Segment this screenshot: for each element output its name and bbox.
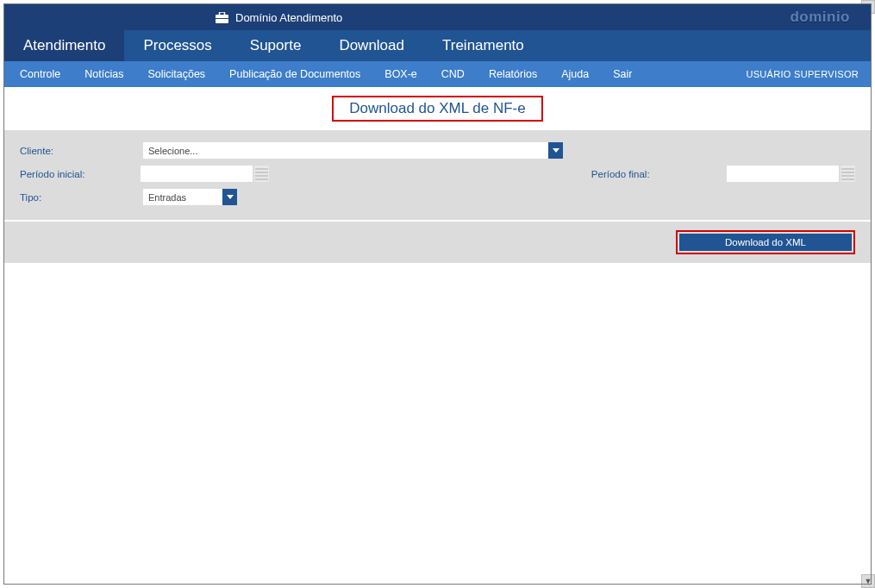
briefcase-icon <box>216 12 228 23</box>
row-tipo: Tipo: Entradas <box>20 189 855 205</box>
submenu-controle[interactable]: Controle <box>20 68 60 80</box>
submenu-relatorios[interactable]: Relatórios <box>489 68 537 80</box>
svg-rect-1 <box>220 12 225 16</box>
submenu-noticias[interactable]: Notícias <box>84 68 123 80</box>
tipo-label: Tipo: <box>20 192 143 203</box>
user-label: USUÁRIO SUPERVISOR <box>746 69 859 79</box>
cliente-dropdown[interactable]: Selecione... <box>143 142 563 159</box>
chevron-down-icon[interactable] <box>222 189 237 205</box>
periodo-inicial-label: Período inicial: <box>20 169 141 179</box>
periodo-final-field[interactable] <box>727 166 839 182</box>
download-button-highlight: Download do XML <box>676 230 855 254</box>
tab-atendimento[interactable]: Atendimento <box>4 30 124 61</box>
submenu-sair[interactable]: Sair <box>613 68 632 80</box>
sub-menu: Controle Notícias Solicitações Publicaçã… <box>4 61 871 87</box>
titlebar: Domínio Atendimento dominio <box>4 4 871 30</box>
calendar-icon[interactable] <box>254 166 269 182</box>
tipo-value: Entradas <box>143 189 222 205</box>
form-panel: Cliente: Selecione... Período inicial: P… <box>4 130 871 220</box>
page-title: Download do XML de NF-e <box>332 96 542 122</box>
submenu-ajuda[interactable]: Ajuda <box>561 68 589 80</box>
tab-suporte[interactable]: Suporte <box>231 30 321 61</box>
periodo-final-input[interactable] <box>727 166 855 182</box>
cliente-value: Selecione... <box>143 142 548 159</box>
brand-logo: dominio <box>790 9 850 26</box>
chevron-down-icon[interactable] <box>548 142 563 159</box>
tipo-dropdown[interactable]: Entradas <box>143 189 237 205</box>
submenu-box-e[interactable]: BOX-e <box>384 68 417 80</box>
row-periodo: Período inicial: Período final: <box>20 166 855 182</box>
tab-download[interactable]: Download <box>320 30 423 61</box>
button-row: Download do XML <box>4 220 871 263</box>
row-cliente: Cliente: Selecione... <box>20 142 855 159</box>
periodo-final-label: Período final: <box>591 169 727 179</box>
submenu-solicitacoes[interactable]: Solicitações <box>147 68 205 80</box>
main-tabs: Atendimento Processos Suporte Download T… <box>4 30 871 61</box>
tab-treinamento[interactable]: Treinamento <box>423 30 543 61</box>
download-xml-button[interactable]: Download do XML <box>679 234 852 251</box>
submenu-publicacao-documentos[interactable]: Publicação de Documentos <box>229 68 360 80</box>
submenu-cnd[interactable]: CND <box>441 68 465 80</box>
page-title-row: Download do XML de NF-e <box>4 87 871 130</box>
app-window: Domínio Atendimento dominio Atendimento … <box>3 3 872 585</box>
cliente-label: Cliente: <box>20 146 143 156</box>
periodo-inicial-input[interactable] <box>141 166 269 182</box>
tab-processos[interactable]: Processos <box>124 30 230 61</box>
periodo-inicial-field[interactable] <box>141 166 253 182</box>
svg-rect-2 <box>216 18 228 19</box>
app-title: Domínio Atendimento <box>235 11 342 24</box>
calendar-icon[interactable] <box>841 166 855 182</box>
